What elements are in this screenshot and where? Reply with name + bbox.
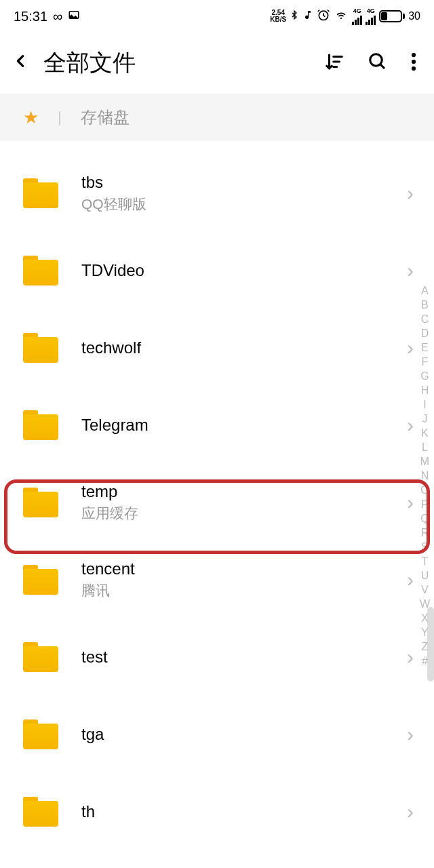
folder-name: temp	[81, 482, 407, 501]
index-letter[interactable]: M	[420, 456, 429, 468]
index-letter[interactable]: X	[421, 612, 429, 625]
signal-bars-1	[352, 14, 362, 25]
svg-point-5	[412, 60, 416, 64]
music-note-icon	[302, 8, 313, 24]
index-letter[interactable]: T	[422, 555, 429, 568]
sim2-label: 4G	[366, 8, 376, 25]
folder-name: TDVideo	[81, 261, 407, 280]
index-letter[interactable]: P	[421, 498, 429, 511]
index-letter[interactable]: L	[422, 441, 428, 454]
folder-name: th	[81, 802, 407, 821]
search-button[interactable]	[368, 52, 388, 75]
chevron-right-icon: ›	[407, 336, 414, 359]
chevron-right-icon: ›	[407, 723, 414, 746]
folder-item-th[interactable]: th ›	[0, 773, 434, 850]
folder-list: tbs QQ轻聊版 › TDVideo › techwolf › Telegra…	[0, 141, 434, 850]
index-letter[interactable]: I	[423, 399, 426, 411]
index-letter[interactable]: Z	[422, 641, 429, 653]
breadcrumb-storage[interactable]: 存储盘	[81, 106, 130, 128]
folder-icon	[23, 797, 58, 827]
folder-item-techwolf[interactable]: techwolf ›	[0, 309, 434, 387]
status-time: 15:31	[14, 9, 47, 24]
index-letter[interactable]: N	[421, 470, 429, 482]
folder-icon	[23, 642, 58, 672]
folder-icon	[23, 719, 58, 749]
folder-item-tbs[interactable]: tbs QQ轻聊版 ›	[0, 155, 434, 232]
folder-icon	[23, 178, 58, 208]
chevron-right-icon: ›	[407, 568, 414, 591]
index-letter[interactable]: H	[421, 384, 429, 397]
battery-percent: 30	[408, 10, 420, 22]
folder-icon	[23, 488, 58, 517]
star-icon[interactable]: ★	[23, 107, 39, 128]
chevron-right-icon: ›	[407, 414, 414, 437]
index-letter[interactable]: J	[422, 413, 427, 425]
page-title: 全部文件	[43, 47, 324, 79]
network-speed: 2.54 KB/S	[270, 9, 286, 23]
index-letter[interactable]: W	[420, 598, 430, 610]
folder-name: techwolf	[81, 338, 407, 357]
chevron-right-icon: ›	[407, 182, 414, 205]
folder-item-telegram[interactable]: Telegram ›	[0, 387, 434, 464]
folder-icon	[23, 333, 58, 363]
index-letter[interactable]: E	[421, 342, 429, 354]
index-letter[interactable]: F	[422, 356, 429, 368]
index-letter[interactable]: G	[420, 370, 429, 382]
breadcrumb: ★ | 存储盘	[0, 94, 434, 141]
index-letter[interactable]: C	[421, 313, 429, 326]
index-letter[interactable]: A	[421, 285, 429, 297]
folder-name: tbs	[81, 173, 407, 192]
sim1-label: 4G	[352, 8, 362, 25]
folder-icon	[23, 410, 58, 440]
svg-line-3	[380, 64, 384, 68]
status-right: 2.54 KB/S 4G 4G 30	[270, 8, 420, 25]
folder-name: tga	[81, 725, 407, 744]
index-letter[interactable]: Q	[420, 513, 429, 525]
folder-subtitle: 应用缓存	[81, 504, 407, 523]
alphabet-index[interactable]: A B C D E F G H I J K L M N O P Q R S T …	[420, 285, 430, 667]
index-letter[interactable]: S	[421, 541, 429, 553]
index-letter[interactable]: R	[421, 527, 429, 539]
index-letter[interactable]: O	[420, 484, 429, 496]
folder-icon	[23, 256, 58, 285]
folder-item-tencent[interactable]: tencent 腾讯 ›	[0, 541, 434, 618]
chevron-right-icon: ›	[407, 491, 414, 514]
index-letter[interactable]: U	[421, 570, 429, 582]
image-icon	[68, 9, 80, 24]
folder-icon	[23, 565, 58, 595]
folder-item-test[interactable]: test ›	[0, 618, 434, 696]
folder-name: tencent	[81, 559, 407, 578]
svg-point-2	[370, 54, 382, 66]
folder-item-temp[interactable]: temp 应用缓存 ›	[0, 464, 434, 541]
status-left: 15:31 ∞	[14, 9, 80, 24]
sort-button[interactable]	[324, 52, 344, 75]
folder-name: test	[81, 648, 407, 667]
breadcrumb-separator: |	[58, 108, 62, 126]
index-letter[interactable]: Y	[421, 627, 429, 639]
index-letter[interactable]: #	[422, 655, 428, 667]
folder-subtitle: QQ轻聊版	[81, 195, 407, 214]
chevron-right-icon: ›	[407, 800, 414, 823]
wifi-icon	[334, 9, 349, 24]
app-header: 全部文件	[0, 33, 434, 94]
folder-name: Telegram	[81, 416, 407, 435]
svg-point-4	[412, 53, 416, 57]
folder-item-tga[interactable]: tga ›	[0, 696, 434, 773]
infinity-icon: ∞	[53, 9, 62, 24]
index-letter[interactable]: V	[421, 584, 429, 596]
folder-item-tdvideo[interactable]: TDVideo ›	[0, 232, 434, 309]
more-button[interactable]	[411, 52, 416, 75]
status-bar: 15:31 ∞ 2.54 KB/S 4G 4G 30	[0, 0, 434, 33]
index-letter[interactable]: D	[421, 328, 429, 340]
signal-bars-2	[366, 14, 376, 25]
alarm-icon	[317, 8, 330, 24]
bluetooth-icon	[290, 8, 299, 24]
battery-icon	[379, 10, 405, 22]
svg-point-6	[412, 66, 416, 71]
index-letter[interactable]: B	[421, 299, 429, 311]
chevron-right-icon: ›	[407, 259, 414, 282]
chevron-right-icon: ›	[407, 646, 414, 669]
folder-subtitle: 腾讯	[81, 581, 407, 600]
index-letter[interactable]: K	[421, 427, 429, 439]
back-button[interactable]	[14, 48, 28, 79]
